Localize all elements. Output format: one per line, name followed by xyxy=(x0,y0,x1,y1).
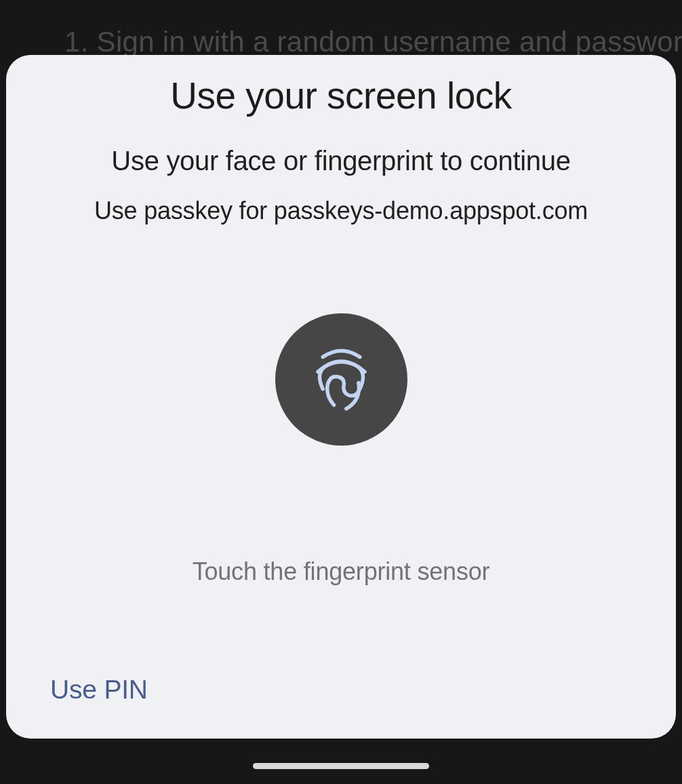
screen-lock-dialog: Use your screen lock Use your face or fi… xyxy=(6,55,676,739)
dialog-title: Use your screen lock xyxy=(6,74,676,117)
dialog-subtitle: Use your face or fingerprint to continue xyxy=(6,146,676,176)
use-pin-button[interactable]: Use PIN xyxy=(50,675,148,705)
fingerprint-sensor[interactable] xyxy=(275,313,407,446)
navigation-bar-handle[interactable] xyxy=(253,763,429,769)
fingerprint-icon xyxy=(309,346,374,414)
fingerprint-container xyxy=(6,313,676,446)
background-step-text: 1. Sign in with a random username and pa… xyxy=(0,26,682,58)
dialog-passkey-text: Use passkey for passkeys-demo.appspot.co… xyxy=(6,197,676,225)
instruction-text: Touch the fingerprint sensor xyxy=(6,557,676,586)
